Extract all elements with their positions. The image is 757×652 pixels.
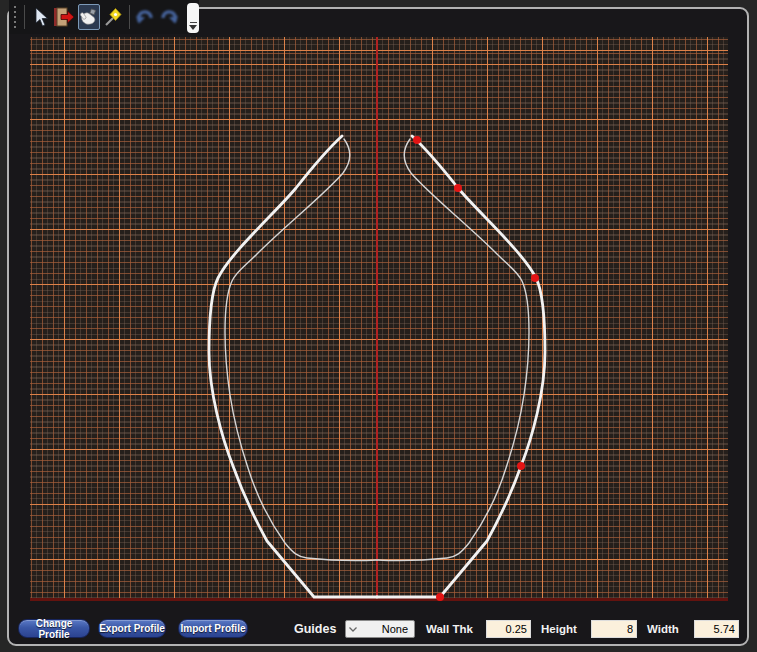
width-field[interactable]	[694, 620, 739, 638]
change-profile-button[interactable]: Change Profile	[18, 619, 90, 638]
guides-dropdown[interactable]: None	[345, 620, 415, 638]
guides-label: Guides	[294, 622, 336, 636]
import-profile-button[interactable]: Import Profile	[178, 619, 248, 638]
chevron-down-icon	[189, 25, 197, 30]
toolbar-grip-handle[interactable]	[14, 6, 16, 28]
undo-button[interactable]	[134, 4, 156, 30]
toolbar-separator	[24, 5, 25, 29]
center-axis-line	[376, 37, 378, 598]
bottom-control-bar: Change Profile Export Profile Import Pro…	[8, 610, 749, 645]
profile-control-point[interactable]	[531, 274, 539, 282]
redo-button[interactable]	[158, 4, 180, 30]
exit-shape-tool-button[interactable]	[52, 4, 76, 30]
cursor-arrow-icon	[31, 7, 49, 27]
undo-arrow-icon	[135, 7, 155, 27]
redo-arrow-icon	[159, 7, 179, 27]
toolbar	[9, 0, 199, 34]
chevron-down-icon	[346, 627, 360, 632]
guides-dropdown-value: None	[360, 623, 414, 635]
width-label: Width	[647, 623, 679, 635]
height-field[interactable]	[591, 620, 637, 638]
profile-control-point[interactable]	[436, 593, 444, 601]
profile-grid-canvas[interactable]	[30, 37, 728, 601]
hand-icon	[79, 7, 99, 27]
profile-control-point[interactable]	[517, 462, 525, 470]
export-profile-button[interactable]: Export Profile	[98, 619, 166, 638]
magic-wand-tool-button[interactable]	[102, 4, 124, 30]
door-red-arrow-icon	[53, 7, 75, 27]
profile-control-point[interactable]	[454, 184, 462, 192]
edit-points-tool-button[interactable]	[78, 4, 100, 30]
select-tool-button[interactable]	[30, 4, 50, 30]
height-label: Height	[541, 623, 577, 635]
profile-control-point[interactable]	[413, 136, 421, 144]
magic-wand-icon	[103, 7, 123, 27]
toolbar-overflow-button[interactable]	[187, 3, 199, 33]
toolbar-separator	[129, 5, 130, 29]
baseline-axis-line	[30, 598, 728, 601]
wall-thickness-field[interactable]	[486, 620, 531, 638]
overflow-bar	[190, 22, 197, 23]
app-window: Change Profile Export Profile Import Pro…	[0, 0, 757, 652]
wall-thickness-label: Wall Thk	[426, 623, 473, 635]
